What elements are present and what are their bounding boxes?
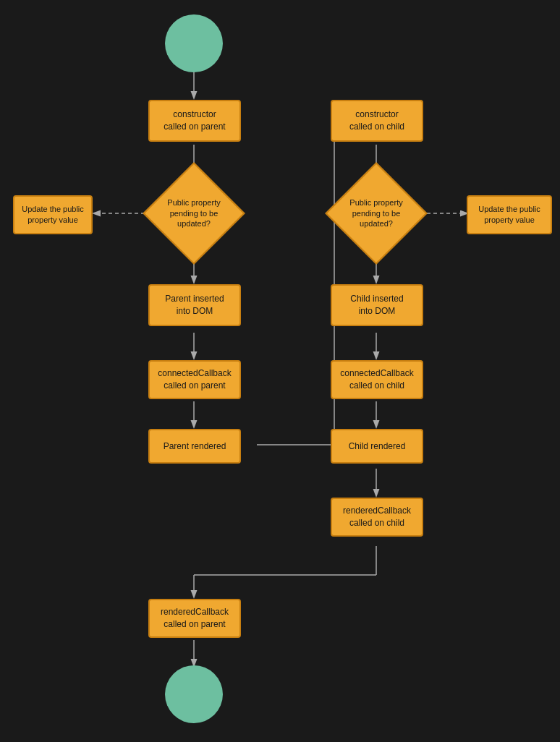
connected-callback-parent-node: connectedCallback called on parent <box>148 360 241 399</box>
constructor-parent-node: constructor called on parent <box>148 100 241 142</box>
update-public-right-node: Update the public property value <box>467 195 552 234</box>
parent-rendered-node: Parent rendered <box>148 429 241 464</box>
parent-inserted-node: Parent inserted into DOM <box>148 284 241 326</box>
update-public-left-node: Update the public property value <box>13 195 93 234</box>
connected-callback-child-node: connectedCallback called on child <box>331 360 423 399</box>
diamond-child-node: Public property pending to be updated? <box>340 177 412 250</box>
rendered-callback-child-node: renderedCallback called on child <box>331 498 423 537</box>
child-rendered-node: Child rendered <box>331 429 423 464</box>
constructor-child-node: constructor called on child <box>331 100 423 142</box>
rendered-callback-parent-node: renderedCallback called on parent <box>148 599 241 638</box>
start-circle <box>165 14 223 72</box>
end-circle <box>165 665 223 723</box>
diamond-parent-node: Public property pending to be updated? <box>158 177 230 250</box>
arrows-svg <box>0 0 560 742</box>
child-inserted-node: Child inserted into DOM <box>331 284 423 326</box>
diagram: constructor called on parent Public prop… <box>0 0 560 742</box>
